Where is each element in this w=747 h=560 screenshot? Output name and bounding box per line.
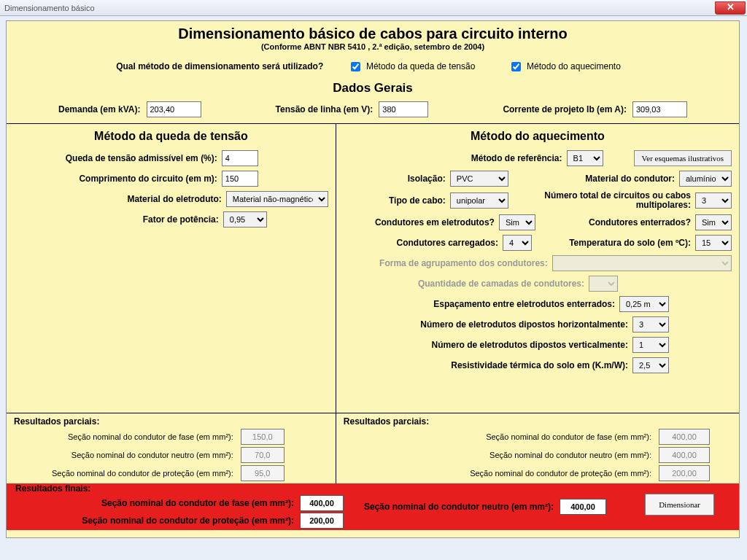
- layers-label: Quantidade de camadas de condutores:: [344, 279, 584, 289]
- line-voltage-input[interactable]: [379, 101, 428, 117]
- main-panel: Dimensionamento básico de cabos para cir…: [6, 20, 740, 538]
- partial-left-phase-value: [241, 429, 285, 445]
- partial-left-protection-value: [241, 465, 285, 481]
- page-subtitle: (Conforme ABNT NBR 5410 , 2.ª edição, se…: [7, 42, 739, 51]
- final-phase-label: Seção nominal do condutor de fase (em mm…: [15, 498, 300, 508]
- in-conduits-label: Condutores em eletrodutos?: [344, 217, 495, 228]
- vert-conduits-select[interactable]: 1: [632, 337, 669, 353]
- partial-right-protection-value: [659, 465, 710, 481]
- partial-right-title: Resultados parciais:: [344, 416, 732, 427]
- buried-spacing-select[interactable]: 0,25 m: [619, 296, 669, 312]
- final-protection-label: Seção nominal do condutor de proteção (e…: [15, 516, 300, 526]
- insulation-select[interactable]: PVC: [450, 171, 508, 187]
- partial-left-neutral-value: [241, 447, 285, 463]
- method-heating-checkbox[interactable]: [511, 62, 521, 71]
- partial-left: Resultados parciais: Seção nominal do co…: [7, 413, 336, 483]
- general-row: Demanda (em kVA): Tensão de linha (em V)…: [7, 98, 739, 123]
- window-title: Dimensionamento básico: [4, 4, 95, 12]
- conductor-material-select[interactable]: alumínio: [679, 171, 732, 187]
- layers-select: [589, 276, 618, 292]
- loaded-conductors-label: Condutores carregados:: [344, 238, 498, 248]
- app-window: Dimensionamento básico ✕ Dimensionamento…: [0, 0, 747, 560]
- partial-left-protection-label: Seção nominal do condutor de proteção (e…: [14, 469, 241, 478]
- method-question: Qual método de dimensionamento será util…: [116, 61, 323, 71]
- vert-conduits-label: Número de eletrodutos dipostos verticalm…: [344, 340, 628, 350]
- circuit-length-input[interactable]: [222, 171, 258, 187]
- circuit-length-label: Comprimento do circuito (em m):: [14, 174, 217, 184]
- partial-left-neutral-label: Seção nominal do condutor neutro (em mm²…: [14, 451, 241, 459]
- partial-right-phase-value: [659, 429, 710, 445]
- partial-right-neutral-value: [659, 447, 710, 463]
- final-neutral-label: Seção nominal do condutor neutro (em mm²…: [344, 502, 554, 512]
- ref-method-select[interactable]: B1: [567, 150, 603, 166]
- soil-temp-label: Temperatura do solo (em ºC):: [536, 238, 691, 248]
- page-title: Dimensionamento básico de cabos para cir…: [7, 26, 739, 42]
- final-protection-value: [300, 513, 344, 529]
- close-button[interactable]: ✕: [715, 1, 746, 15]
- final-phase-value: [300, 495, 344, 511]
- grouping-label: Forma de agrupamento dos condutores:: [344, 258, 548, 268]
- horiz-conduits-label: Número de eletrodutos dipostos horizonta…: [344, 319, 628, 330]
- insulation-label: Isolação:: [344, 174, 446, 184]
- final-title: Resultados finais:: [15, 483, 344, 494]
- buried-spacing-label: Espaçamento entre eletrodutos enterrados…: [344, 299, 615, 309]
- voltage-drop-column: Método da queda de tensão Queda de tensã…: [7, 124, 336, 413]
- partial-results-section: Resultados parciais: Seção nominal do co…: [7, 413, 739, 483]
- soil-resistivity-select[interactable]: 2,5: [632, 357, 669, 373]
- partial-right: Resultados parciais: Seção nominal do co…: [336, 413, 739, 483]
- in-conduits-select[interactable]: Sim: [499, 214, 535, 230]
- heating-column: Método do aquecimento Método de referênc…: [336, 124, 739, 413]
- final-results-bar: Resultados finais: Seção nominal do cond…: [7, 483, 739, 530]
- final-neutral-value: [560, 499, 606, 515]
- method-voltage-drop-checkbox[interactable]: [351, 62, 360, 71]
- demand-input[interactable]: [147, 101, 201, 117]
- method-heating-label: Método do aquecimento: [508, 61, 621, 71]
- calculate-button[interactable]: Dimensionar: [645, 494, 714, 516]
- line-voltage-label: Tensão de linha (em V):: [276, 104, 374, 114]
- ref-method-label: Método de referência:: [344, 153, 562, 163]
- partial-right-phase-label: Seção nominal do condutor de fase (em mm…: [344, 432, 659, 441]
- project-current-label: Corrente de projeto Ib (em A):: [503, 104, 627, 114]
- method-selection-row: Qual método de dimensionamento será util…: [7, 57, 739, 79]
- admissible-input[interactable]: [222, 150, 258, 166]
- heating-heading: Método do aquecimento: [344, 130, 732, 143]
- partial-right-protection-label: Seção nominal do condutor de proteção (e…: [344, 469, 659, 478]
- power-factor-label: Fator de potência:: [14, 214, 219, 225]
- loaded-conductors-select[interactable]: 4: [503, 235, 532, 251]
- total-circuits-label: Número total de circuitos ou cabos multi…: [513, 191, 691, 210]
- grouping-select: [552, 255, 732, 271]
- schemes-button[interactable]: Ver esquemas ilustrativos: [634, 150, 732, 166]
- demand-label: Demanda (em kVA):: [58, 104, 140, 114]
- cable-type-label: Tipo de cabo:: [344, 195, 446, 206]
- partial-right-neutral-label: Seção nominal do condutor neutro (em mm²…: [344, 451, 659, 459]
- conduit-material-label: Material do eletroduto:: [14, 194, 222, 204]
- soil-temp-select[interactable]: 15: [695, 235, 732, 251]
- partial-left-phase-label: Seção nominal do condutor de fase (em mm…: [14, 432, 241, 441]
- buried-select[interactable]: Sim: [695, 214, 732, 230]
- voltage-drop-heading: Método da queda de tensão: [14, 130, 328, 143]
- total-circuits-select[interactable]: 3: [695, 192, 732, 209]
- cable-type-select[interactable]: unipolar: [450, 192, 508, 209]
- columns: Método da queda de tensão Queda de tensã…: [7, 124, 739, 413]
- soil-resistivity-label: Resistividade térmica do solo em (K.m/W)…: [344, 360, 628, 370]
- horiz-conduits-select[interactable]: 3: [632, 316, 669, 332]
- power-factor-select[interactable]: 0,95: [223, 211, 267, 228]
- partial-left-title: Resultados parciais:: [14, 416, 328, 427]
- admissible-label: Queda de tensão admissível em (%):: [14, 153, 217, 163]
- project-current-input[interactable]: [632, 101, 687, 117]
- title-bar: Dimensionamento básico ✕: [0, 0, 747, 16]
- conductor-material-label: Material do condutor:: [513, 174, 675, 184]
- general-heading: Dados Gerais: [7, 81, 739, 96]
- conduit-material-select[interactable]: Material não-magnético: [226, 191, 328, 207]
- buried-label: Condutores enterrados?: [540, 217, 691, 228]
- method-voltage-drop-label: Método da queda de tensão: [348, 61, 478, 71]
